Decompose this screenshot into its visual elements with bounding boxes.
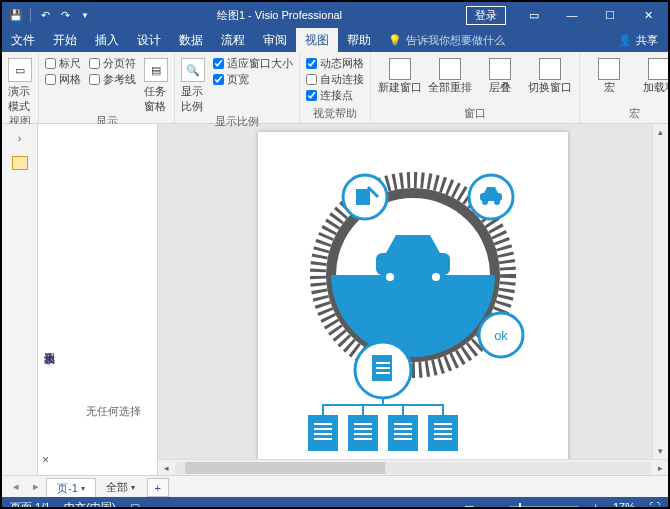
scroll-right-icon[interactable]: ▸ — [652, 463, 668, 473]
ruler-checkbox[interactable]: 标尺 — [45, 56, 81, 71]
svg-rect-27 — [354, 433, 372, 435]
svg-rect-23 — [314, 438, 332, 440]
auto-connect-checkbox[interactable]: 自动连接 — [306, 72, 364, 87]
view-presentation-icon[interactable]: ▭ — [464, 501, 474, 510]
vertical-scrollbar[interactable]: ▴ ▾ — [652, 124, 668, 459]
arrange-all-button[interactable]: 全部重排 — [427, 58, 473, 95]
svg-point-5 — [386, 273, 394, 281]
zoom-slider[interactable] — [509, 506, 579, 509]
shape-thumb-icon[interactable] — [12, 156, 28, 170]
svg-point-11 — [482, 199, 488, 205]
language-status[interactable]: 中文(中国) — [64, 500, 115, 510]
tab-insert[interactable]: 插入 — [86, 28, 128, 52]
page-breaks-checkbox[interactable]: 分页符 — [89, 56, 136, 71]
presentation-icon: ▭ — [8, 58, 32, 82]
page-count[interactable]: 页面 1/1 — [10, 500, 50, 510]
arrange-all-icon — [439, 58, 461, 80]
tab-home[interactable]: 开始 — [44, 28, 86, 52]
svg-point-6 — [432, 273, 440, 281]
dynamic-grid-checkbox[interactable]: 动态网格 — [306, 56, 364, 71]
size-position-pane: 大小和位置 无任何选择 × — [38, 124, 158, 475]
save-icon[interactable]: 💾 — [8, 7, 24, 23]
maximize-icon[interactable]: ☐ — [592, 3, 628, 27]
horizontal-scrollbar[interactable]: ◂ ▸ — [158, 459, 668, 475]
drawing-page[interactable]: ok — [258, 132, 568, 459]
tab-file[interactable]: 文件 — [2, 28, 44, 52]
share-button[interactable]: 👤 共享 — [608, 28, 668, 52]
task-panes-button[interactable]: ▤ 任务窗格 — [144, 54, 168, 114]
scroll-left-icon[interactable]: ◂ — [158, 463, 174, 473]
new-window-icon — [389, 58, 411, 80]
zoom-level[interactable]: 17% — [613, 501, 635, 509]
cascade-icon — [489, 58, 511, 80]
tab-nav-prev-icon[interactable]: ◂ — [6, 476, 26, 497]
svg-rect-25 — [354, 423, 372, 425]
tab-help[interactable]: 帮助 — [338, 28, 380, 52]
pane-close-icon[interactable]: × — [42, 453, 49, 467]
tab-review[interactable]: 审阅 — [254, 28, 296, 52]
svg-rect-8 — [356, 189, 370, 205]
qat-dropdown-icon[interactable]: ▼ — [77, 7, 93, 23]
cascade-button[interactable]: 层叠 — [477, 58, 523, 95]
page-width-button[interactable]: 页宽 — [213, 72, 293, 87]
zoom-in-icon[interactable]: + — [593, 501, 599, 509]
fit-window-button[interactable]: 适应窗口大小 — [213, 56, 293, 71]
svg-rect-38 — [434, 438, 452, 440]
expand-shapes-icon[interactable]: › — [18, 132, 22, 144]
tab-design[interactable]: 设计 — [128, 28, 170, 52]
zoom-out-icon[interactable]: − — [488, 501, 494, 509]
scroll-thumb[interactable] — [185, 462, 385, 474]
svg-rect-20 — [314, 423, 332, 425]
switch-windows-icon — [539, 58, 561, 80]
login-button[interactable]: 登录 — [466, 6, 506, 25]
tell-me-search[interactable]: 💡 告诉我你想要做什么 — [380, 28, 513, 52]
group-window-label: 窗口 — [377, 106, 573, 123]
no-selection-label: 无任何选择 — [86, 404, 141, 419]
new-window-button[interactable]: 新建窗口 — [377, 58, 423, 95]
presentation-mode-button[interactable]: ▭ 演示模式 — [8, 54, 32, 114]
switch-windows-button[interactable]: 切换窗口 — [527, 58, 573, 95]
drawing-canvas[interactable]: ok — [158, 124, 668, 459]
share-icon: 👤 — [618, 34, 632, 47]
svg-rect-31 — [394, 428, 412, 430]
svg-rect-21 — [314, 428, 332, 430]
ok-badge: ok — [494, 328, 508, 343]
svg-rect-28 — [354, 438, 372, 440]
macros-button[interactable]: 宏 — [586, 58, 632, 95]
connection-points-checkbox[interactable]: 连接点 — [306, 88, 364, 103]
record-macro-icon[interactable]: ▢ — [130, 501, 140, 510]
show-ratio-button[interactable]: 🔍 显示比例 — [181, 54, 205, 114]
tab-process[interactable]: 流程 — [212, 28, 254, 52]
svg-rect-30 — [394, 423, 412, 425]
undo-icon[interactable]: ↶ — [37, 7, 53, 23]
fit-page-icon[interactable]: ⛶ — [649, 501, 660, 509]
page-tab-1[interactable]: 页-1▾ — [46, 478, 96, 497]
ribbon-display-icon[interactable]: ▭ — [516, 3, 552, 27]
tab-data[interactable]: 数据 — [170, 28, 212, 52]
lightbulb-icon: 💡 — [388, 34, 402, 47]
svg-rect-32 — [394, 433, 412, 435]
scroll-up-icon[interactable]: ▴ — [653, 124, 668, 140]
tab-view[interactable]: 视图 — [296, 28, 338, 52]
zoom-icon: 🔍 — [181, 58, 205, 82]
tab-nav-next-icon[interactable]: ▸ — [26, 476, 46, 497]
chevron-down-icon: ▾ — [81, 484, 85, 493]
svg-rect-22 — [314, 433, 332, 435]
svg-point-12 — [494, 199, 500, 205]
page-tab-all[interactable]: 全部▾ — [96, 478, 145, 497]
shapes-panel-collapsed[interactable]: › — [2, 124, 38, 475]
title-bar: 💾 ↶ ↷ ▼ 绘图1 - Visio Professional 登录 ▭ — … — [2, 2, 668, 28]
svg-rect-33 — [394, 438, 412, 440]
minimize-icon[interactable]: — — [554, 3, 590, 27]
addons-button[interactable]: 加载项 — [636, 58, 670, 95]
scroll-down-icon[interactable]: ▾ — [653, 443, 668, 459]
ribbon: ▭ 演示模式 视图 标尺 网格 分页符 参考线 ▤ 任务窗格 显示 🔍 — [2, 52, 668, 124]
add-page-button[interactable]: + — [147, 478, 169, 497]
guides-checkbox[interactable]: 参考线 — [89, 72, 136, 87]
grid-checkbox[interactable]: 网格 — [45, 72, 81, 87]
redo-icon[interactable]: ↷ — [57, 7, 73, 23]
group-visual-label: 视觉帮助 — [306, 106, 364, 123]
diagram-graphic: ok — [268, 145, 558, 455]
svg-rect-36 — [434, 428, 452, 430]
close-icon[interactable]: ✕ — [630, 3, 666, 27]
